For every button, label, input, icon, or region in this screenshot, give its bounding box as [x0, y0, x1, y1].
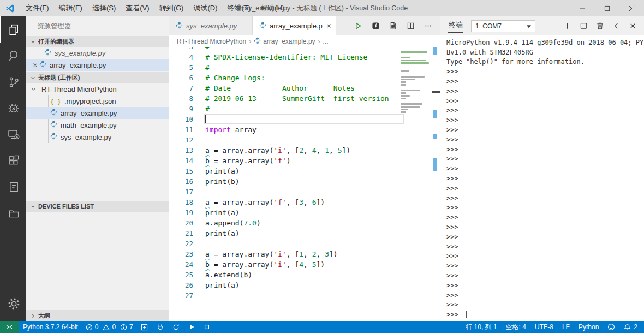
code-line[interactable]: 18a = array.array('f', [3, 6])	[169, 197, 440, 207]
activity-device-folder[interactable]	[0, 200, 26, 226]
code-line[interactable]: 22	[169, 239, 440, 249]
menu-item[interactable]: 帮助(H)	[255, 0, 289, 16]
close-icon[interactable]	[326, 22, 331, 30]
activity-settings[interactable]	[0, 290, 26, 317]
sync-button[interactable]	[168, 321, 184, 333]
outline-header[interactable]: 大纲	[26, 310, 169, 321]
code-line[interactable]: 16print(b)	[169, 176, 440, 187]
maximize-icon[interactable]	[595, 0, 619, 16]
code-line[interactable]: 5#	[169, 62, 440, 73]
menu-item[interactable]: 查看(V)	[121, 0, 154, 16]
breadcrumb[interactable]: RT-Thread MicroPython›array_example.py›.…	[169, 35, 440, 47]
terminal-output[interactable]: MicroPython v1.9.4-114-g309fe39d on 2018…	[440, 35, 644, 321]
breadcrumb-item[interactable]: array_example.py	[254, 37, 315, 46]
menu-item[interactable]: 编辑(E)	[54, 0, 87, 16]
feedback-button[interactable]	[603, 321, 619, 333]
code-line[interactable]: 10	[169, 114, 440, 124]
activity-extensions[interactable]	[0, 147, 26, 174]
line-number: 8	[169, 94, 193, 103]
language-mode[interactable]: Python	[574, 321, 603, 333]
file-item[interactable]: array_example.py	[26, 107, 169, 119]
overview-ruler[interactable]	[432, 47, 440, 321]
minimap-line	[401, 54, 401, 56]
device-files-header[interactable]: DEVICE FILES LIST	[26, 201, 169, 212]
code-line[interactable]: 14b = array.array('f')	[169, 156, 440, 166]
run-button[interactable]	[354, 22, 362, 30]
file-item[interactable]: { }.mpyproject.json	[26, 95, 169, 107]
boxed-plus-button[interactable]	[136, 321, 152, 333]
python-interpreter[interactable]: Python 3.7.2 64-bit	[19, 321, 82, 333]
minimize-icon[interactable]	[570, 0, 595, 16]
tab-sys_example.py[interactable]: sys_example.py	[169, 16, 253, 35]
menu-item[interactable]: 文件(F)	[21, 0, 54, 16]
activity-debug[interactable]	[0, 95, 26, 121]
split-editor-button[interactable]	[407, 22, 415, 30]
tab-terminal[interactable]: 终端	[448, 19, 463, 33]
code-line[interactable]: 24b = array.array('i', [4, 5])	[169, 259, 440, 270]
code-line[interactable]: 9#	[169, 104, 440, 114]
run-micropython-button[interactable]	[372, 22, 380, 30]
menu-item[interactable]: 调试(D)	[188, 0, 222, 16]
minimap[interactable]	[401, 49, 431, 117]
code-line[interactable]: 17	[169, 187, 440, 197]
code-editor[interactable]: 3#4# SPDX-License-Identifier: MIT Licens…	[169, 47, 440, 321]
encoding[interactable]: UTF-8	[530, 321, 558, 333]
open-editors-header[interactable]: 打开的编辑器	[26, 36, 169, 47]
file-item[interactable]: math_example.py	[26, 119, 169, 131]
menu-item[interactable]: 选择(S)	[87, 0, 121, 16]
close-icon[interactable]	[619, 0, 644, 16]
activity-source-control[interactable]	[0, 69, 26, 95]
code-line[interactable]: 20a.append(7.0)	[169, 218, 440, 228]
code-line[interactable]: 19print(a)	[169, 207, 440, 218]
code-line[interactable]: 21print(a)	[169, 228, 440, 239]
open-editor-item[interactable]: sys_example.py	[26, 47, 169, 59]
code-line[interactable]: 23a = array.array('i', [1, 2, 3])	[169, 249, 440, 259]
scrollbar-thumb[interactable]	[432, 91, 440, 93]
indentation[interactable]: 空格: 4	[502, 321, 530, 333]
file-item[interactable]: sys_example.py	[26, 131, 169, 143]
stop-button[interactable]	[199, 321, 214, 333]
code-line[interactable]: 6# Change Logs:	[169, 73, 440, 83]
build-button[interactable]	[389, 22, 397, 30]
cursor-position[interactable]: 行 10, 列 1	[461, 321, 501, 333]
terminal-selector[interactable]: 1: COM7	[471, 20, 535, 32]
tab-array_example.py[interactable]: array_example.py	[253, 16, 336, 35]
code-line[interactable]: 4# SPDX-License-Identifier: MIT License	[169, 52, 440, 62]
menu-item[interactable]: 转到(G)	[154, 0, 189, 16]
code-text: # Change Logs:	[205, 74, 265, 82]
workspace-header[interactable]: 无标题 (工作区)	[26, 72, 169, 83]
activity-remote-device[interactable]	[0, 121, 26, 147]
line-number: 10	[169, 115, 193, 123]
breadcrumb-item[interactable]: RT-Thread MicroPython	[177, 38, 246, 45]
folder-item[interactable]: RT-Thread MicroPython	[26, 83, 169, 95]
new-terminal-button[interactable]	[563, 22, 571, 30]
activity-notes[interactable]	[0, 174, 26, 200]
code-line[interactable]: 8# 2019-06-13 SummerGift first version	[169, 93, 440, 104]
code-line[interactable]: 12	[169, 135, 440, 145]
menu-item[interactable]: 终端(T)	[222, 0, 255, 16]
code-line[interactable]: 27	[169, 290, 440, 301]
close-icon[interactable]	[31, 63, 39, 68]
code-line[interactable]: 13a = array.array('i', [2, 4, 1, 5])	[169, 145, 440, 156]
close-panel-button[interactable]	[629, 22, 637, 30]
code-line[interactable]: 11import array	[169, 124, 440, 135]
run-button[interactable]	[184, 321, 199, 333]
problems-status[interactable]: 0 0 7	[82, 321, 136, 333]
eol-sequence[interactable]: LF	[558, 321, 574, 333]
device-connect-button[interactable]	[152, 321, 168, 333]
breadcrumb-item[interactable]: ...	[323, 38, 329, 45]
code-line[interactable]: 7# Date Author Notes	[169, 83, 440, 93]
code-line[interactable]: 26print(a)	[169, 280, 440, 290]
notifications-bell[interactable]: 2	[619, 321, 642, 333]
activity-search[interactable]	[0, 43, 26, 69]
kill-terminal-button[interactable]	[596, 22, 604, 30]
code-line[interactable]: 25a.extend(b)	[169, 270, 440, 280]
activity-explorer[interactable]	[0, 16, 26, 43]
code-line[interactable]: 15print(a)	[169, 166, 440, 176]
code-line[interactable]: 3#	[169, 47, 440, 52]
remote-indicator[interactable]	[0, 321, 19, 333]
more-actions-button[interactable]	[424, 22, 432, 30]
open-editor-item[interactable]: array_example.py	[26, 59, 169, 71]
split-terminal-button[interactable]	[580, 22, 588, 30]
chevron-left-button[interactable]	[612, 22, 621, 30]
